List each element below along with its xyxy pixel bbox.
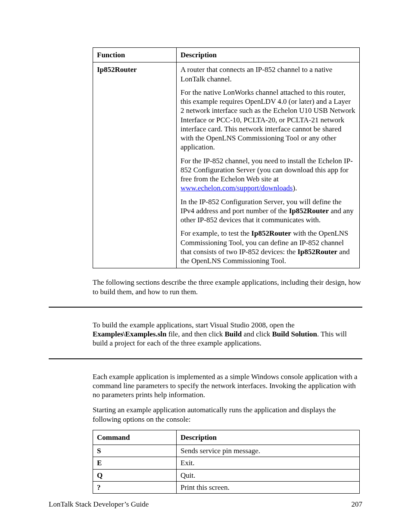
table-row: ? Print this screen. bbox=[93, 481, 360, 493]
section-divider bbox=[49, 307, 362, 308]
table-header-function: Function bbox=[93, 48, 177, 62]
page-footer: LonTalk Stack Developer’s Guide 207 bbox=[49, 500, 362, 509]
function-description: A router that connects an IP-852 channel… bbox=[177, 62, 360, 268]
command-desc: Print this screen. bbox=[177, 481, 360, 493]
command-table: Command Description S Sends service pin … bbox=[93, 430, 360, 494]
command-key: ? bbox=[93, 481, 177, 493]
command-key: Q bbox=[93, 469, 177, 481]
table-row: S Sends service pin message. bbox=[93, 445, 360, 457]
table-header-description: Description bbox=[177, 48, 360, 62]
footer-title: LonTalk Stack Developer’s Guide bbox=[49, 500, 149, 508]
table-header-command: Command bbox=[93, 430, 177, 445]
sections-intro: The following sections describe the thre… bbox=[93, 278, 362, 296]
echelon-downloads-link[interactable]: www.echelon.com/support/downloads bbox=[181, 184, 293, 192]
desc-p4: In the IP-852 Configuration Server, you … bbox=[181, 197, 355, 225]
table-header-description: Description bbox=[177, 430, 360, 445]
desc-p2: For the native LonWorks channel attached… bbox=[181, 88, 355, 152]
command-key: S bbox=[93, 445, 177, 457]
table-row: E Exit. bbox=[93, 457, 360, 469]
command-desc: Exit. bbox=[177, 457, 360, 469]
build-instructions: To build the example applications, start… bbox=[93, 320, 362, 348]
section-divider bbox=[49, 358, 362, 359]
desc-p1: A router that connects an IP-852 channel… bbox=[181, 65, 355, 84]
desc-p3: For the IP-852 channel, you need to inst… bbox=[181, 156, 355, 193]
command-key: E bbox=[93, 457, 177, 469]
function-name: Ip852Router bbox=[93, 62, 177, 268]
table-row: Ip852Router A router that connects an IP… bbox=[93, 62, 360, 268]
table-row: Q Quit. bbox=[93, 469, 360, 481]
function-table: Function Description Ip852Router A route… bbox=[93, 47, 360, 268]
run-p2: Starting an example application automati… bbox=[93, 405, 362, 424]
command-desc: Sends service pin message. bbox=[177, 445, 360, 457]
page-number: 207 bbox=[352, 500, 363, 509]
desc-p5: For example, to test the Ip852Router wit… bbox=[181, 229, 355, 265]
command-desc: Quit. bbox=[177, 469, 360, 481]
run-p1: Each example application is implemented … bbox=[93, 372, 362, 400]
